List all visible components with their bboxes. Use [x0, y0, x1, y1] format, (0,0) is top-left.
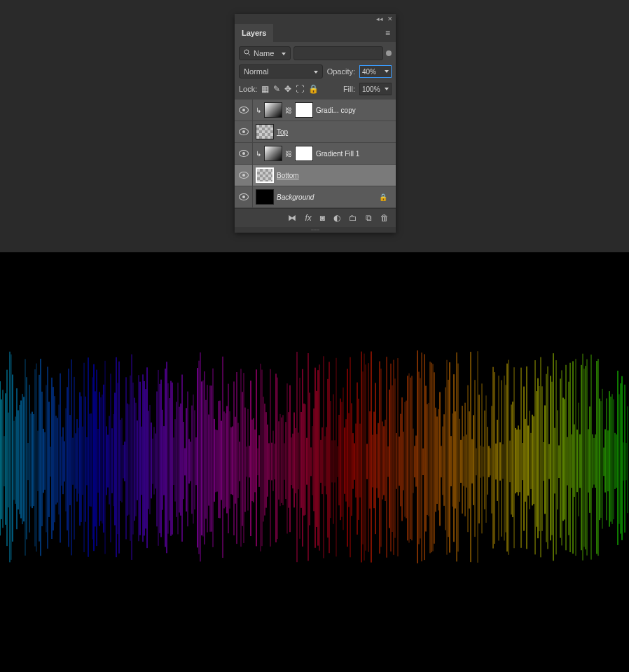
- filter-input[interactable]: [293, 46, 383, 60]
- layer-content: ↳⛓Gradi... copy: [253, 102, 396, 118]
- layer-name-label[interactable]: Background: [277, 193, 314, 201]
- visibility-toggle[interactable]: [235, 165, 253, 186]
- lock-indicator-icon: 🔒: [379, 193, 387, 201]
- lock-transparency-icon[interactable]: ▦: [261, 84, 269, 94]
- layers-bottom-bar: ⧓ fx ◙ ◐ 🗀 ⧉ 🗑: [235, 208, 396, 227]
- filter-type-select[interactable]: Name: [239, 46, 291, 60]
- eye-icon: [239, 150, 249, 157]
- eye-icon: [239, 193, 249, 200]
- fill-value: 100%: [362, 85, 380, 93]
- fill-input[interactable]: 100%: [359, 83, 392, 95]
- filter-row: Name: [235, 42, 396, 64]
- layer-row[interactable]: Bottom: [235, 165, 396, 186]
- opacity-label: Opacity:: [327, 67, 355, 76]
- mask-thumbnail[interactable]: [295, 102, 313, 118]
- layers-list: ↳⛓Gradi... copyTop↳⛓Gradient Fill 1Botto…: [235, 100, 396, 208]
- eye-icon: [239, 128, 249, 135]
- layer-thumbnail[interactable]: [256, 167, 274, 183]
- search-icon: [244, 49, 251, 57]
- visibility-toggle[interactable]: [235, 121, 253, 142]
- lock-icons-group: ▦ ✎ ✥ ⛶ 🔒: [261, 84, 319, 94]
- opacity-value: 40%: [362, 68, 376, 76]
- tab-layers[interactable]: Layers: [235, 24, 273, 42]
- lock-row: Lock: ▦ ✎ ✥ ⛶ 🔒 Fill: 100%: [235, 83, 396, 100]
- filter-type-label: Name: [254, 49, 274, 57]
- lock-paint-icon[interactable]: ✎: [273, 84, 280, 94]
- layer-content: ↳⛓Gradient Fill 1: [253, 146, 396, 161]
- eye-icon: [239, 172, 249, 179]
- layer-thumbnail[interactable]: [256, 189, 274, 205]
- layer-thumbnail[interactable]: [256, 124, 274, 139]
- layer-content: Background🔒: [253, 189, 396, 205]
- collapse-icon[interactable]: ◂◂: [376, 15, 383, 22]
- layer-name-label[interactable]: Bottom: [277, 172, 299, 179]
- blend-mode-select[interactable]: Normal: [239, 64, 323, 78]
- clip-indicator-icon: ↳: [256, 107, 261, 114]
- layer-row[interactable]: ↳⛓Gradi... copy: [235, 100, 396, 121]
- panel-title-bar: ◂◂ ✕: [235, 14, 396, 24]
- layer-row[interactable]: Background🔒: [235, 186, 396, 208]
- adjustment-icon[interactable]: ◐: [333, 213, 340, 223]
- blend-row: Normal Opacity: 40%: [235, 64, 396, 83]
- layers-panel: ◂◂ ✕ Layers ≡ Name Normal Opacity: 40% L…: [235, 14, 396, 233]
- svg-line-1: [249, 54, 251, 56]
- blend-mode-label: Normal: [244, 67, 268, 76]
- lock-label: Lock:: [239, 85, 257, 93]
- fx-icon[interactable]: fx: [305, 213, 311, 223]
- lock-artboard-icon[interactable]: ⛶: [296, 84, 304, 94]
- link-layers-icon[interactable]: ⧓: [288, 213, 296, 223]
- lock-position-icon[interactable]: ✥: [284, 84, 291, 94]
- fill-label: Fill:: [343, 85, 355, 93]
- document-canvas: [0, 252, 629, 672]
- mask-thumbnail[interactable]: [295, 146, 313, 161]
- layer-name-label[interactable]: Gradient Fill 1: [316, 150, 359, 158]
- svg-rect-451: [0, 252, 629, 672]
- mask-link-icon[interactable]: ⛓: [285, 107, 292, 114]
- tabs-row: Layers ≡: [235, 24, 396, 42]
- mask-link-icon[interactable]: ⛓: [285, 150, 292, 158]
- panel-resize-grip[interactable]: ┉┉┉: [235, 227, 396, 233]
- close-icon[interactable]: ✕: [387, 15, 393, 22]
- layer-row[interactable]: Top: [235, 121, 396, 143]
- lock-all-icon[interactable]: 🔒: [308, 84, 319, 94]
- layer-thumbnail[interactable]: [264, 102, 282, 118]
- panel-menu-icon[interactable]: ≡: [385, 28, 390, 38]
- group-icon[interactable]: 🗀: [349, 213, 357, 223]
- layer-content: Bottom: [253, 167, 396, 183]
- visibility-toggle[interactable]: [235, 186, 253, 207]
- eye-icon: [239, 107, 249, 114]
- visibility-toggle[interactable]: [235, 100, 253, 121]
- layer-content: Top: [253, 124, 396, 139]
- layer-name-label[interactable]: Gradi... copy: [316, 107, 356, 114]
- clip-indicator-icon: ↳: [256, 150, 261, 158]
- new-layer-icon[interactable]: ⧉: [366, 213, 372, 223]
- delete-icon[interactable]: 🗑: [380, 213, 389, 223]
- filter-toggle[interactable]: [386, 50, 392, 56]
- visibility-toggle[interactable]: [235, 143, 253, 164]
- layer-name-label[interactable]: Top: [277, 128, 288, 136]
- layer-thumbnail[interactable]: [264, 146, 282, 161]
- opacity-input[interactable]: 40%: [359, 65, 392, 78]
- mask-icon[interactable]: ◙: [320, 213, 325, 223]
- svg-point-0: [244, 50, 249, 54]
- layer-row[interactable]: ↳⛓Gradient Fill 1: [235, 143, 396, 165]
